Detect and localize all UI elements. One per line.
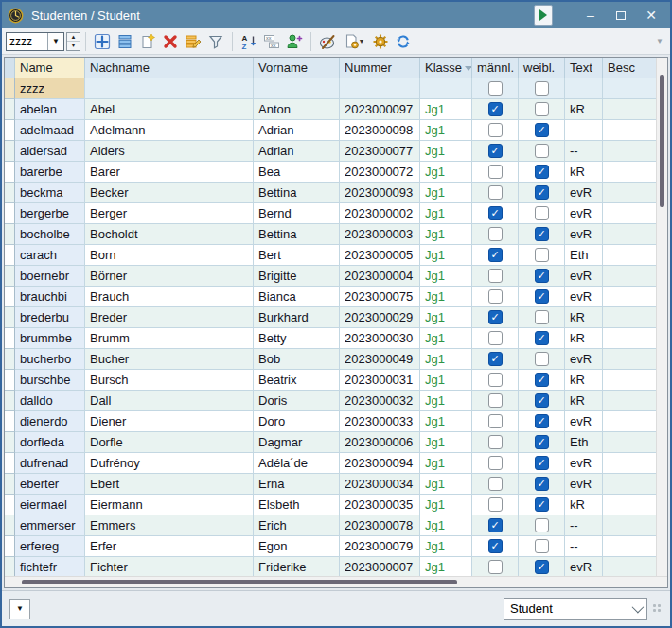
cell-weibl[interactable]	[519, 307, 565, 328]
checkbox-unchecked-icon[interactable]	[535, 81, 549, 96]
cell-maennl[interactable]: ✓	[472, 349, 519, 370]
record-spinner[interactable]: ▲ ▼	[66, 32, 80, 51]
checkbox-checked-icon[interactable]: ✓	[535, 185, 549, 200]
cell-klasse[interactable]: Jg1	[420, 515, 472, 536]
cell-nachname[interactable]: Adelmann	[85, 120, 254, 141]
filter-combobox[interactable]: zzzz ▼	[6, 32, 64, 51]
row-gutter-cell[interactable]	[5, 411, 15, 432]
cell-nachname[interactable]: Dorfle	[85, 432, 254, 453]
row-gutter-cell[interactable]	[5, 203, 15, 224]
new-record-button[interactable]	[136, 30, 159, 53]
checkbox-unchecked-icon[interactable]	[535, 518, 549, 532]
cell-text[interactable]: evR	[565, 474, 603, 495]
cell-nachname[interactable]: Eiermann	[85, 495, 254, 515]
checkbox-checked-icon[interactable]: ✓	[535, 123, 549, 137]
cell-maennl[interactable]	[472, 391, 519, 411]
cell-nummer[interactable]: 2023000006	[340, 432, 420, 453]
cell-name[interactable]: dufrenad	[15, 453, 85, 474]
checkbox-unchecked-icon[interactable]	[488, 497, 503, 512]
cell-maennl[interactable]: ✓	[472, 536, 519, 557]
cell-name[interactable]: brauchbi	[15, 287, 85, 307]
cell-text[interactable]	[565, 120, 603, 141]
table-row[interactable]: bocholbeBocholdtBettina2023000003Jg1✓evR	[5, 224, 667, 245]
cell-nummer[interactable]: 2023000097	[340, 99, 420, 120]
table-row[interactable]: boernebrBörnerBrigitte2023000004Jg1✓evR	[5, 266, 667, 287]
cell-nummer[interactable]: 2023000035	[340, 495, 420, 515]
cell-klasse[interactable]: Jg1	[420, 328, 472, 349]
cell-vorname[interactable]: Betty	[254, 328, 340, 349]
cell-klasse[interactable]: Jg1	[420, 411, 472, 432]
cell-text[interactable]: evR	[565, 266, 603, 287]
cell-name[interactable]: beckma	[15, 183, 85, 203]
cell-name[interactable]: carach	[15, 245, 85, 266]
cell-vorname[interactable]: Brigitte	[254, 266, 340, 287]
cell-nummer[interactable]: 2023000098	[340, 120, 420, 141]
checkbox-checked-icon[interactable]: ✓	[488, 206, 503, 220]
delete-record-button[interactable]	[159, 30, 182, 53]
resize-grip[interactable]	[653, 604, 663, 614]
cell-vorname[interactable]: Bettina	[254, 183, 340, 203]
cell-klasse[interactable]: Jg1	[420, 183, 472, 203]
cell-text[interactable]: kR	[565, 162, 603, 183]
spinner-up-icon[interactable]: ▲	[67, 33, 80, 42]
cell-vorname[interactable]: Doris	[254, 391, 340, 411]
row-gutter-cell[interactable]	[5, 474, 15, 495]
cell-text[interactable]: kR	[565, 99, 603, 120]
checkbox-unchecked-icon[interactable]	[488, 477, 503, 491]
cell-nachname[interactable]: Dufrénoy	[85, 453, 254, 474]
filter-cell-weibl[interactable]	[519, 78, 565, 99]
cell-text[interactable]: evR	[565, 224, 603, 245]
design-button[interactable]	[316, 30, 339, 53]
cell-nachname[interactable]: Breder	[85, 307, 254, 328]
spinner-down-icon[interactable]: ▼	[67, 42, 80, 50]
row-gutter-cell[interactable]	[5, 245, 15, 266]
column-header-text[interactable]: Text	[565, 58, 603, 78]
cell-klasse[interactable]: Jg1	[420, 391, 472, 411]
cell-nummer[interactable]: 2023000029	[340, 307, 420, 328]
row-gutter-cell[interactable]	[5, 557, 15, 578]
checkbox-unchecked-icon[interactable]	[488, 373, 503, 387]
cell-weibl[interactable]: ✓	[519, 557, 565, 578]
cell-vorname[interactable]: Beatrix	[254, 370, 340, 391]
checkbox-checked-icon[interactable]: ✓	[488, 539, 503, 553]
checkbox-checked-icon[interactable]: ✓	[488, 102, 503, 116]
filter-combobox-value[interactable]: zzzz	[7, 33, 47, 50]
checkbox-unchecked-icon[interactable]	[488, 560, 503, 574]
column-header-nachname[interactable]: Nachname	[85, 58, 254, 78]
cell-klasse[interactable]: Jg1	[420, 453, 472, 474]
cell-nachname[interactable]: Alders	[85, 141, 254, 162]
cell-weibl[interactable]	[519, 536, 565, 557]
cell-vorname[interactable]: Bert	[254, 245, 340, 266]
cell-maennl[interactable]: ✓	[472, 141, 519, 162]
cell-nachname[interactable]: Becker	[85, 183, 254, 203]
checkbox-checked-icon[interactable]: ✓	[488, 144, 503, 158]
cell-vorname[interactable]: Dagmar	[254, 432, 340, 453]
cell-maennl[interactable]	[472, 287, 519, 307]
cell-maennl[interactable]	[472, 328, 519, 349]
row-gutter-cell[interactable]	[5, 307, 15, 328]
cell-nachname[interactable]: Brauch	[85, 287, 254, 307]
checkbox-unchecked-icon[interactable]	[488, 165, 503, 179]
cell-weibl[interactable]: ✓	[519, 287, 565, 307]
cell-name[interactable]: abelan	[15, 99, 85, 120]
filter-cell-nachname[interactable]	[85, 78, 254, 99]
combobox-dropdown-icon[interactable]: ▼	[47, 33, 63, 50]
row-gutter-cell[interactable]	[5, 536, 15, 557]
cell-text[interactable]: Eth	[565, 432, 603, 453]
cell-vorname[interactable]: Bettina	[254, 224, 340, 245]
cell-vorname[interactable]: Adéla´de	[254, 453, 340, 474]
table-row[interactable]: bucherboBucherBob2023000049Jg1✓evR	[5, 349, 667, 370]
cell-text[interactable]: kR	[565, 370, 603, 391]
cell-maennl[interactable]	[472, 495, 519, 515]
cell-weibl[interactable]	[519, 515, 565, 536]
checkbox-unchecked-icon[interactable]	[535, 102, 549, 116]
column-header-klasse[interactable]: Klasse	[420, 58, 472, 78]
cell-weibl[interactable]: ✓	[519, 391, 565, 411]
checkbox-unchecked-icon[interactable]	[488, 185, 503, 200]
cell-vorname[interactable]: Bea	[254, 162, 340, 183]
cell-nummer[interactable]: 2023000007	[340, 557, 420, 578]
cell-weibl[interactable]	[519, 99, 565, 120]
cell-name[interactable]: dalldo	[15, 391, 85, 411]
cell-klasse[interactable]: Jg1	[420, 203, 472, 224]
cell-name[interactable]: erfereg	[15, 536, 85, 557]
